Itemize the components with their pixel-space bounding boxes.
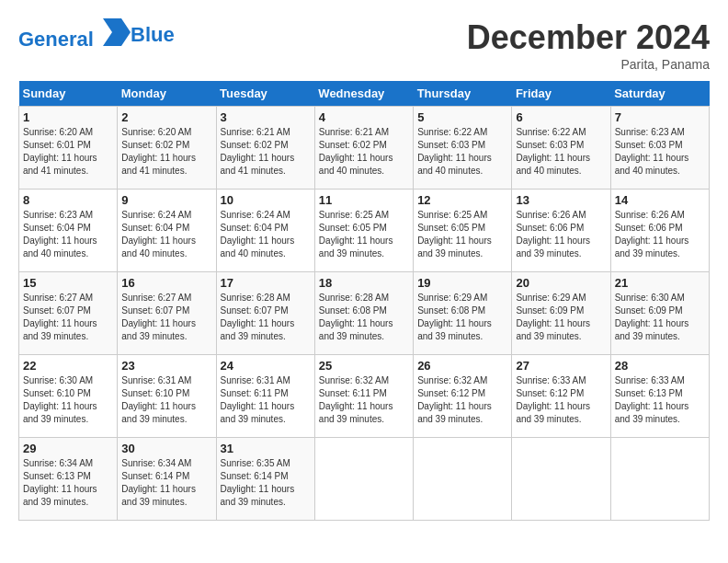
day-number: 15: [23, 276, 113, 290]
day-number: 13: [516, 193, 606, 207]
calendar-subtitle: Parita, Panama: [467, 57, 710, 72]
calendar-cell: 28 Sunrise: 6:33 AM Sunset: 6:13 PM Dayl…: [610, 355, 709, 438]
calendar-cell: 16 Sunrise: 6:27 AM Sunset: 6:07 PM Dayl…: [118, 272, 216, 355]
calendar-body: 1 Sunrise: 6:20 AM Sunset: 6:01 PM Dayli…: [19, 107, 710, 521]
calendar-cell: 31 Sunrise: 6:35 AM Sunset: 6:14 PM Dayl…: [216, 438, 314, 521]
day-info: Sunrise: 6:33 AM Sunset: 6:13 PM Dayligh…: [615, 374, 705, 426]
day-info: Sunrise: 6:29 AM Sunset: 6:09 PM Dayligh…: [516, 292, 606, 343]
calendar-cell: 15 Sunrise: 6:27 AM Sunset: 6:07 PM Dayl…: [19, 272, 118, 355]
day-number: 22: [23, 359, 113, 373]
day-info: Sunrise: 6:35 AM Sunset: 6:14 PM Dayligh…: [221, 457, 311, 509]
day-info: Sunrise: 6:31 AM Sunset: 6:11 PM Dayligh…: [221, 374, 311, 426]
day-number: 9: [121, 193, 211, 207]
calendar-table: SundayMondayTuesdayWednesdayThursdayFrid…: [18, 81, 710, 521]
day-number: 2: [121, 110, 211, 124]
svg-marker-0: [103, 18, 131, 46]
day-number: 20: [516, 276, 606, 290]
day-number: 12: [417, 193, 507, 207]
calendar-cell: 6 Sunrise: 6:22 AM Sunset: 6:03 PM Dayli…: [512, 107, 610, 190]
day-info: Sunrise: 6:20 AM Sunset: 6:01 PM Dayligh…: [23, 126, 113, 178]
day-info: Sunrise: 6:24 AM Sunset: 6:04 PM Dayligh…: [121, 209, 211, 260]
calendar-cell: 21 Sunrise: 6:30 AM Sunset: 6:09 PM Dayl…: [610, 272, 709, 355]
day-info: Sunrise: 6:26 AM Sunset: 6:06 PM Dayligh…: [516, 209, 606, 260]
header-thursday: Thursday: [414, 81, 512, 107]
calendar-week-5: 29 Sunrise: 6:34 AM Sunset: 6:13 PM Dayl…: [19, 438, 710, 521]
calendar-cell: [610, 438, 709, 521]
day-number: 27: [516, 359, 606, 373]
day-number: 18: [319, 276, 409, 290]
day-info: Sunrise: 6:22 AM Sunset: 6:03 PM Dayligh…: [417, 126, 507, 178]
day-info: Sunrise: 6:31 AM Sunset: 6:10 PM Dayligh…: [121, 374, 211, 426]
day-number: 10: [221, 193, 311, 207]
logo-line2: Blue: [131, 24, 175, 46]
day-number: 14: [615, 193, 705, 207]
day-number: 7: [615, 110, 705, 124]
day-info: Sunrise: 6:24 AM Sunset: 6:04 PM Dayligh…: [221, 209, 311, 260]
day-number: 8: [23, 193, 113, 207]
day-number: 25: [319, 359, 409, 373]
day-info: Sunrise: 6:30 AM Sunset: 6:09 PM Dayligh…: [615, 292, 705, 343]
calendar-cell: 18 Sunrise: 6:28 AM Sunset: 6:08 PM Dayl…: [314, 272, 413, 355]
calendar-header-row: SundayMondayTuesdayWednesdayThursdayFrid…: [19, 81, 710, 107]
day-info: Sunrise: 6:23 AM Sunset: 6:04 PM Dayligh…: [23, 209, 113, 260]
logo-text: General: [18, 18, 131, 51]
calendar-cell: 22 Sunrise: 6:30 AM Sunset: 6:10 PM Dayl…: [19, 355, 118, 438]
calendar-week-4: 22 Sunrise: 6:30 AM Sunset: 6:10 PM Dayl…: [19, 355, 710, 438]
header-saturday: Saturday: [610, 81, 709, 107]
calendar-cell: 2 Sunrise: 6:20 AM Sunset: 6:02 PM Dayli…: [118, 107, 216, 190]
day-number: 23: [121, 359, 211, 373]
day-number: 28: [615, 359, 705, 373]
calendar-cell: 11 Sunrise: 6:25 AM Sunset: 6:05 PM Dayl…: [314, 190, 413, 272]
calendar-cell: 30 Sunrise: 6:34 AM Sunset: 6:14 PM Dayl…: [118, 438, 216, 521]
day-info: Sunrise: 6:25 AM Sunset: 6:05 PM Dayligh…: [319, 209, 409, 260]
day-number: 24: [221, 359, 311, 373]
calendar-cell: 26 Sunrise: 6:32 AM Sunset: 6:12 PM Dayl…: [414, 355, 512, 438]
day-info: Sunrise: 6:21 AM Sunset: 6:02 PM Dayligh…: [319, 126, 409, 178]
calendar-week-2: 8 Sunrise: 6:23 AM Sunset: 6:04 PM Dayli…: [19, 190, 710, 272]
calendar-cell: 7 Sunrise: 6:23 AM Sunset: 6:03 PM Dayli…: [610, 107, 709, 190]
day-number: 16: [121, 276, 211, 290]
day-info: Sunrise: 6:21 AM Sunset: 6:02 PM Dayligh…: [221, 126, 311, 178]
page-header: General Blue December 2024 Parita, Panam…: [18, 18, 710, 72]
header-monday: Monday: [118, 81, 216, 107]
day-info: Sunrise: 6:34 AM Sunset: 6:14 PM Dayligh…: [121, 457, 211, 509]
calendar-cell: 10 Sunrise: 6:24 AM Sunset: 6:04 PM Dayl…: [216, 190, 314, 272]
logo-arrow-icon: [103, 18, 131, 46]
header-sunday: Sunday: [19, 81, 118, 107]
day-number: 31: [221, 442, 311, 455]
logo-line1: General: [18, 28, 94, 51]
calendar-cell: 23 Sunrise: 6:31 AM Sunset: 6:10 PM Dayl…: [118, 355, 216, 438]
day-info: Sunrise: 6:20 AM Sunset: 6:02 PM Dayligh…: [121, 126, 211, 178]
day-info: Sunrise: 6:30 AM Sunset: 6:10 PM Dayligh…: [23, 374, 113, 426]
calendar-cell: 29 Sunrise: 6:34 AM Sunset: 6:13 PM Dayl…: [19, 438, 118, 521]
header-friday: Friday: [512, 81, 610, 107]
calendar-title: December 2024: [467, 18, 710, 57]
day-info: Sunrise: 6:25 AM Sunset: 6:05 PM Dayligh…: [417, 209, 507, 260]
day-info: Sunrise: 6:32 AM Sunset: 6:12 PM Dayligh…: [417, 374, 507, 426]
day-info: Sunrise: 6:27 AM Sunset: 6:07 PM Dayligh…: [121, 292, 211, 343]
day-info: Sunrise: 6:28 AM Sunset: 6:08 PM Dayligh…: [319, 292, 409, 343]
calendar-cell: 12 Sunrise: 6:25 AM Sunset: 6:05 PM Dayl…: [414, 190, 512, 272]
day-number: 19: [417, 276, 507, 290]
day-number: 17: [221, 276, 311, 290]
day-number: 3: [221, 110, 311, 124]
day-number: 5: [417, 110, 507, 124]
calendar-cell: 20 Sunrise: 6:29 AM Sunset: 6:09 PM Dayl…: [512, 272, 610, 355]
day-number: 4: [319, 110, 409, 124]
day-number: 30: [121, 442, 211, 455]
day-number: 29: [23, 442, 113, 455]
day-number: 26: [417, 359, 507, 373]
calendar-cell: 14 Sunrise: 6:26 AM Sunset: 6:06 PM Dayl…: [610, 190, 709, 272]
day-number: 1: [23, 110, 113, 124]
day-info: Sunrise: 6:32 AM Sunset: 6:11 PM Dayligh…: [319, 374, 409, 426]
calendar-cell: [414, 438, 512, 521]
calendar-cell: [512, 438, 610, 521]
header-tuesday: Tuesday: [216, 81, 314, 107]
calendar-cell: 17 Sunrise: 6:28 AM Sunset: 6:07 PM Dayl…: [216, 272, 314, 355]
day-info: Sunrise: 6:33 AM Sunset: 6:12 PM Dayligh…: [516, 374, 606, 426]
calendar-cell: 27 Sunrise: 6:33 AM Sunset: 6:12 PM Dayl…: [512, 355, 610, 438]
logo: General Blue: [18, 18, 175, 51]
calendar-week-1: 1 Sunrise: 6:20 AM Sunset: 6:01 PM Dayli…: [19, 107, 710, 190]
calendar-cell: 13 Sunrise: 6:26 AM Sunset: 6:06 PM Dayl…: [512, 190, 610, 272]
calendar-cell: 5 Sunrise: 6:22 AM Sunset: 6:03 PM Dayli…: [414, 107, 512, 190]
